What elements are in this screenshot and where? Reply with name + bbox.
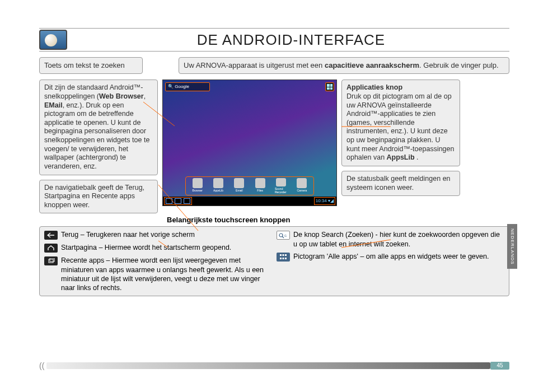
search-icon: G	[277, 231, 290, 240]
text: Uw ARNOVA-apparaat is uitgerust met een	[184, 61, 325, 69]
svg-rect-10	[280, 254, 282, 256]
svg-rect-14	[283, 258, 284, 259]
text: . Gebruik de vinger pulp.	[419, 61, 499, 69]
page-title: DE ANDROID-INTERFACE	[73, 31, 509, 49]
tablet-touch-icon	[39, 30, 67, 50]
ss-status-area[interactable]: 10:34 ▾◢	[314, 197, 335, 205]
callout-shortcuts: Dit zijn de standaard Android™-snelkoppe…	[39, 80, 158, 175]
back-icon	[44, 231, 58, 240]
callout-statusbar: De statusbalk geeft meldingen en systeem…	[341, 171, 460, 196]
ss-all-apps-button[interactable]	[325, 82, 334, 91]
footer-bar: (( 45	[39, 362, 509, 370]
ss-system-bar: 10:34 ▾◢	[163, 197, 336, 206]
svg-rect-12	[285, 254, 287, 256]
ss-search-widget[interactable]: 🔍 Google	[165, 82, 210, 91]
allapps-desc: Pictogram 'Alle apps' – om alle apps en …	[293, 252, 504, 262]
dock-app-recorder[interactable]: Sound Recorder	[275, 178, 287, 194]
home-icon	[44, 244, 58, 253]
ss-nav-buttons[interactable]	[164, 197, 192, 205]
back-desc: Terug – Terugkeren naar het vorige scher…	[61, 230, 272, 240]
dock-app-files[interactable]: Files	[254, 178, 266, 194]
search-desc: De knop Search (Zoeken) - hier kunt de z…	[293, 230, 504, 249]
dock-app-appslib[interactable]: AppsLib	[212, 178, 224, 194]
dock-app-camera[interactable]: Camera	[296, 178, 308, 194]
callout-apps-button: Applicaties knop Druk op dit pictogram o…	[341, 80, 460, 166]
svg-text:G: G	[284, 234, 287, 237]
all-apps-icon	[277, 253, 290, 262]
callout-capacitive: Uw ARNOVA-apparaat is uitgerust met een …	[179, 57, 509, 74]
svg-rect-6	[50, 258, 54, 262]
recent-desc: Recente apps – Hiermee wordt een lijst w…	[61, 256, 272, 292]
svg-line-8	[282, 236, 284, 238]
svg-rect-13	[280, 258, 282, 259]
text-bold: capacitieve aanraakscherm	[325, 61, 419, 69]
touchscreen-buttons-box: Terug – Terugkeren naar het vorige scher…	[39, 226, 509, 296]
dock-app-email[interactable]: Email	[233, 178, 245, 194]
android-screenshot: 🔍 Google Browser AppsLib Email Files Sou…	[162, 80, 337, 206]
svg-rect-11	[283, 254, 284, 256]
svg-rect-15	[285, 258, 287, 259]
callout-navbar: De navigatiebalk geeft de Terug, Startpa…	[39, 180, 158, 214]
language-tab: NEDERLANDS	[507, 224, 517, 269]
home-desc: Startpagina – Hiermee wordt het startsch…	[61, 243, 272, 253]
ss-dock: Browser AppsLib Email Files Sound Record…	[185, 176, 314, 195]
recent-icon	[44, 256, 58, 265]
dock-app-browser[interactable]: Browser	[191, 178, 204, 194]
page-number: 45	[490, 362, 509, 370]
subheading-touchscreen-buttons: Belangrijkste touchscreen knoppen	[167, 216, 509, 224]
svg-rect-5	[49, 259, 53, 263]
callout-search-key: Toets om tekst te zoeken	[39, 57, 143, 74]
